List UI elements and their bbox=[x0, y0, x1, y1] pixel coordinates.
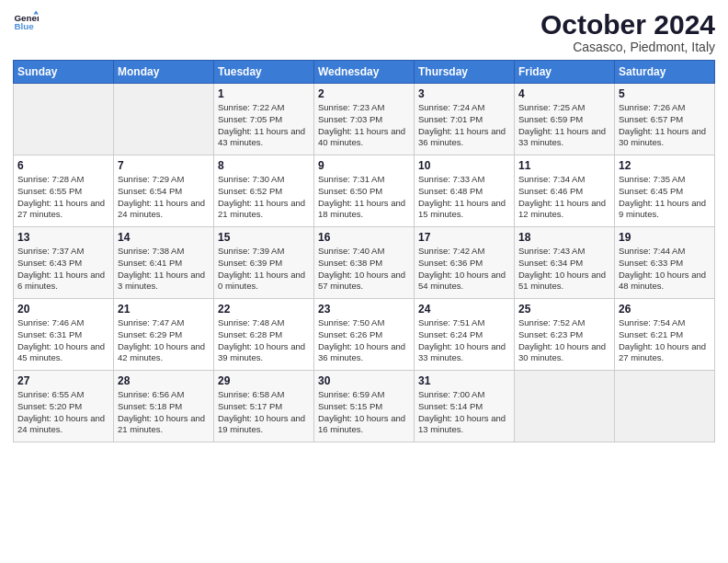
cell-info: Sunrise: 7:38 AMSunset: 6:41 PMDaylight:… bbox=[118, 246, 210, 293]
calendar-cell: 1Sunrise: 7:22 AMSunset: 7:05 PMDaylight… bbox=[214, 84, 314, 155]
header-sunday: Sunday bbox=[14, 61, 114, 84]
calendar-cell: 30Sunrise: 6:59 AMSunset: 5:15 PMDayligh… bbox=[314, 371, 415, 442]
header-thursday: Thursday bbox=[415, 61, 515, 84]
calendar-cell: 4Sunrise: 7:25 AMSunset: 6:59 PMDaylight… bbox=[515, 84, 615, 155]
day-number: 14 bbox=[118, 231, 210, 244]
month-year-title: October 2024 bbox=[540, 9, 715, 40]
day-number: 20 bbox=[17, 303, 109, 316]
calendar-cell: 22Sunrise: 7:48 AMSunset: 6:28 PMDayligh… bbox=[214, 299, 314, 371]
day-number: 25 bbox=[518, 303, 610, 316]
cell-info: Sunrise: 7:22 AMSunset: 7:05 PMDaylight:… bbox=[218, 102, 310, 149]
calendar-cell: 20Sunrise: 7:46 AMSunset: 6:31 PMDayligh… bbox=[14, 299, 114, 371]
day-number: 6 bbox=[17, 159, 109, 172]
day-number: 24 bbox=[418, 303, 510, 316]
day-number: 1 bbox=[218, 87, 310, 100]
cell-info: Sunrise: 7:23 AMSunset: 7:03 PMDaylight:… bbox=[318, 102, 410, 149]
calendar-table: Sunday Monday Tuesday Wednesday Thursday… bbox=[13, 60, 715, 442]
calendar-cell: 28Sunrise: 6:56 AMSunset: 5:18 PMDayligh… bbox=[114, 371, 214, 442]
calendar-cell: 9Sunrise: 7:31 AMSunset: 6:50 PMDaylight… bbox=[314, 155, 415, 227]
calendar-cell: 29Sunrise: 6:58 AMSunset: 5:17 PMDayligh… bbox=[214, 371, 314, 442]
calendar-cell: 14Sunrise: 7:38 AMSunset: 6:41 PMDayligh… bbox=[114, 227, 214, 299]
day-number: 9 bbox=[318, 159, 410, 172]
calendar-week-4: 20Sunrise: 7:46 AMSunset: 6:31 PMDayligh… bbox=[14, 299, 715, 371]
cell-info: Sunrise: 7:37 AMSunset: 6:43 PMDaylight:… bbox=[17, 246, 109, 293]
cell-info: Sunrise: 7:42 AMSunset: 6:36 PMDaylight:… bbox=[418, 246, 510, 293]
calendar-cell: 8Sunrise: 7:30 AMSunset: 6:52 PMDaylight… bbox=[214, 155, 314, 227]
day-number: 5 bbox=[619, 87, 711, 100]
calendar-cell bbox=[515, 371, 615, 442]
logo-icon: General Blue bbox=[13, 9, 39, 35]
day-number: 16 bbox=[318, 231, 410, 244]
cell-info: Sunrise: 7:35 AMSunset: 6:45 PMDaylight:… bbox=[619, 174, 711, 221]
cell-info: Sunrise: 7:44 AMSunset: 6:33 PMDaylight:… bbox=[619, 246, 711, 293]
header-tuesday: Tuesday bbox=[214, 61, 314, 84]
calendar-cell: 17Sunrise: 7:42 AMSunset: 6:36 PMDayligh… bbox=[415, 227, 515, 299]
logo: General Blue bbox=[13, 9, 39, 35]
calendar-week-2: 6Sunrise: 7:28 AMSunset: 6:55 PMDaylight… bbox=[14, 155, 715, 227]
calendar-cell bbox=[114, 84, 214, 155]
day-number: 27 bbox=[17, 374, 109, 387]
calendar-cell: 13Sunrise: 7:37 AMSunset: 6:43 PMDayligh… bbox=[14, 227, 114, 299]
day-number: 29 bbox=[218, 374, 310, 387]
day-number: 31 bbox=[418, 374, 510, 387]
cell-info: Sunrise: 7:43 AMSunset: 6:34 PMDaylight:… bbox=[518, 246, 610, 293]
calendar-cell: 19Sunrise: 7:44 AMSunset: 6:33 PMDayligh… bbox=[615, 227, 715, 299]
calendar-cell: 12Sunrise: 7:35 AMSunset: 6:45 PMDayligh… bbox=[615, 155, 715, 227]
calendar-cell: 11Sunrise: 7:34 AMSunset: 6:46 PMDayligh… bbox=[515, 155, 615, 227]
cell-info: Sunrise: 6:59 AMSunset: 5:15 PMDaylight:… bbox=[318, 389, 410, 436]
calendar-cell bbox=[14, 84, 114, 155]
cell-info: Sunrise: 7:31 AMSunset: 6:50 PMDaylight:… bbox=[318, 174, 410, 221]
calendar-cell: 26Sunrise: 7:54 AMSunset: 6:21 PMDayligh… bbox=[615, 299, 715, 371]
cell-info: Sunrise: 7:50 AMSunset: 6:26 PMDaylight:… bbox=[318, 317, 410, 364]
location-subtitle: Casasco, Piedmont, Italy bbox=[540, 40, 715, 54]
day-number: 28 bbox=[118, 374, 210, 387]
calendar-cell: 18Sunrise: 7:43 AMSunset: 6:34 PMDayligh… bbox=[515, 227, 615, 299]
day-number: 18 bbox=[518, 231, 610, 244]
day-number: 13 bbox=[17, 231, 109, 244]
cell-info: Sunrise: 7:26 AMSunset: 6:57 PMDaylight:… bbox=[619, 102, 711, 149]
cell-info: Sunrise: 7:54 AMSunset: 6:21 PMDaylight:… bbox=[619, 317, 711, 364]
calendar-week-1: 1Sunrise: 7:22 AMSunset: 7:05 PMDaylight… bbox=[14, 84, 715, 155]
day-number: 12 bbox=[619, 159, 711, 172]
day-number: 21 bbox=[118, 303, 210, 316]
cell-info: Sunrise: 6:58 AMSunset: 5:17 PMDaylight:… bbox=[218, 389, 310, 436]
day-number: 26 bbox=[619, 303, 711, 316]
cell-info: Sunrise: 7:33 AMSunset: 6:48 PMDaylight:… bbox=[418, 174, 510, 221]
day-number: 8 bbox=[218, 159, 310, 172]
day-number: 4 bbox=[518, 87, 610, 100]
calendar-cell: 24Sunrise: 7:51 AMSunset: 6:24 PMDayligh… bbox=[415, 299, 515, 371]
day-number: 15 bbox=[218, 231, 310, 244]
cell-info: Sunrise: 7:29 AMSunset: 6:54 PMDaylight:… bbox=[118, 174, 210, 221]
calendar-cell: 15Sunrise: 7:39 AMSunset: 6:39 PMDayligh… bbox=[214, 227, 314, 299]
cell-info: Sunrise: 7:48 AMSunset: 6:28 PMDaylight:… bbox=[218, 317, 310, 364]
day-number: 17 bbox=[418, 231, 510, 244]
cell-info: Sunrise: 7:52 AMSunset: 6:23 PMDaylight:… bbox=[518, 317, 610, 364]
header-friday: Friday bbox=[515, 61, 615, 84]
calendar-cell: 27Sunrise: 6:55 AMSunset: 5:20 PMDayligh… bbox=[14, 371, 114, 442]
day-number: 30 bbox=[318, 374, 410, 387]
calendar-cell: 23Sunrise: 7:50 AMSunset: 6:26 PMDayligh… bbox=[314, 299, 415, 371]
calendar-cell: 10Sunrise: 7:33 AMSunset: 6:48 PMDayligh… bbox=[415, 155, 515, 227]
cell-info: Sunrise: 7:34 AMSunset: 6:46 PMDaylight:… bbox=[518, 174, 610, 221]
calendar-cell bbox=[615, 371, 715, 442]
svg-text:Blue: Blue bbox=[14, 21, 34, 31]
calendar-cell: 21Sunrise: 7:47 AMSunset: 6:29 PMDayligh… bbox=[114, 299, 214, 371]
cell-info: Sunrise: 7:00 AMSunset: 5:14 PMDaylight:… bbox=[418, 389, 510, 436]
days-header-row: Sunday Monday Tuesday Wednesday Thursday… bbox=[14, 61, 715, 84]
cell-info: Sunrise: 7:40 AMSunset: 6:38 PMDaylight:… bbox=[318, 246, 410, 293]
day-number: 7 bbox=[118, 159, 210, 172]
calendar-cell: 7Sunrise: 7:29 AMSunset: 6:54 PMDaylight… bbox=[114, 155, 214, 227]
day-number: 19 bbox=[619, 231, 711, 244]
day-number: 3 bbox=[418, 87, 510, 100]
calendar-cell: 16Sunrise: 7:40 AMSunset: 6:38 PMDayligh… bbox=[314, 227, 415, 299]
cell-info: Sunrise: 7:39 AMSunset: 6:39 PMDaylight:… bbox=[218, 246, 310, 293]
calendar-cell: 25Sunrise: 7:52 AMSunset: 6:23 PMDayligh… bbox=[515, 299, 615, 371]
cell-info: Sunrise: 7:46 AMSunset: 6:31 PMDaylight:… bbox=[17, 317, 109, 364]
day-number: 10 bbox=[418, 159, 510, 172]
cell-info: Sunrise: 7:28 AMSunset: 6:55 PMDaylight:… bbox=[17, 174, 109, 221]
cell-info: Sunrise: 7:51 AMSunset: 6:24 PMDaylight:… bbox=[418, 317, 510, 364]
day-number: 23 bbox=[318, 303, 410, 316]
calendar-cell: 5Sunrise: 7:26 AMSunset: 6:57 PMDaylight… bbox=[615, 84, 715, 155]
calendar-week-3: 13Sunrise: 7:37 AMSunset: 6:43 PMDayligh… bbox=[14, 227, 715, 299]
cell-info: Sunrise: 6:56 AMSunset: 5:18 PMDaylight:… bbox=[118, 389, 210, 436]
